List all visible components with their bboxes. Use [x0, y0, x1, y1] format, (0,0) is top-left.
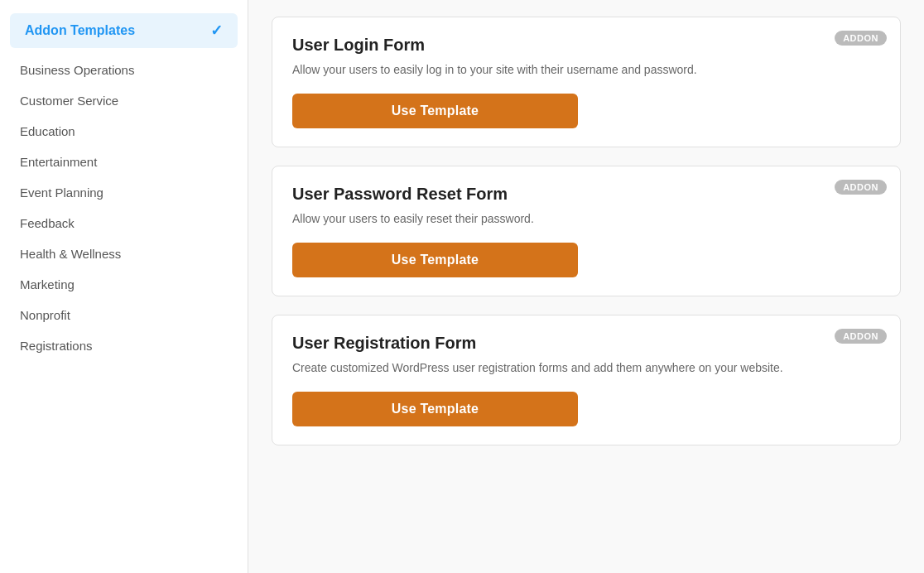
template-description: Allow your users to easily log in to you… — [292, 61, 880, 79]
sidebar: Addon Templates ✓ Business OperationsCus… — [0, 0, 248, 573]
sidebar-items-container: Business OperationsCustomer ServiceEduca… — [0, 55, 248, 361]
sidebar-header-check: ✓ — [210, 22, 223, 40]
template-card-user-password-reset-form: ADDONUser Password Reset FormAllow your … — [272, 166, 901, 296]
template-card-user-registration-form: ADDONUser Registration FormCreate custom… — [272, 315, 901, 445]
addon-badge: ADDON — [835, 180, 887, 195]
template-card-user-login-form: ADDONUser Login FormAllow your users to … — [272, 17, 901, 147]
sidebar-item-nonprofit[interactable]: Nonprofit — [5, 300, 243, 330]
template-title: User Password Reset Form — [292, 185, 822, 204]
sidebar-item-health-wellness[interactable]: Health & Wellness — [5, 238, 243, 269]
sidebar-item-feedback[interactable]: Feedback — [5, 208, 243, 238]
sidebar-item-business-operations[interactable]: Business Operations — [5, 55, 243, 85]
sidebar-item-registrations[interactable]: Registrations — [5, 330, 243, 361]
addon-badge: ADDON — [835, 329, 887, 344]
template-description: Create customized WordPress user registr… — [292, 359, 880, 377]
sidebar-item-marketing[interactable]: Marketing — [5, 269, 243, 300]
use-template-button[interactable]: Use Template — [292, 94, 578, 128]
sidebar-header[interactable]: Addon Templates ✓ — [10, 13, 238, 48]
template-title: User Login Form — [292, 36, 822, 55]
template-description: Allow your users to easily reset their p… — [292, 210, 880, 228]
sidebar-header-label: Addon Templates — [25, 23, 135, 38]
sidebar-item-entertainment[interactable]: Entertainment — [5, 147, 243, 177]
template-title: User Registration Form — [292, 334, 822, 353]
sidebar-item-customer-service[interactable]: Customer Service — [5, 85, 243, 116]
sidebar-item-education[interactable]: Education — [5, 116, 243, 147]
templates-container: ADDONUser Login FormAllow your users to … — [272, 17, 901, 445]
use-template-button[interactable]: Use Template — [292, 243, 578, 277]
addon-badge: ADDON — [835, 31, 887, 46]
main-content: ADDONUser Login FormAllow your users to … — [248, 0, 924, 573]
sidebar-item-event-planning[interactable]: Event Planning — [5, 177, 243, 208]
use-template-button[interactable]: Use Template — [292, 392, 578, 426]
